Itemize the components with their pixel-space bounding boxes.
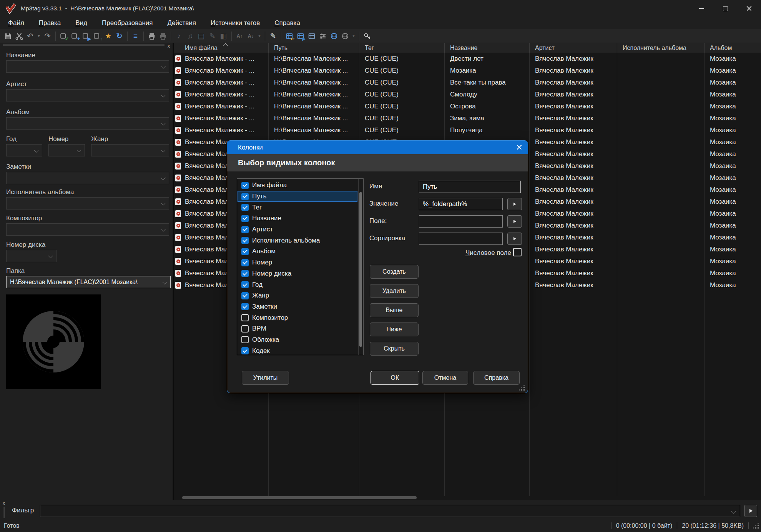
checkbox-unchecked-icon[interactable] <box>241 325 249 332</box>
column-header-tag[interactable]: Тег <box>359 43 445 53</box>
column-option-3[interactable]: Название <box>238 213 357 224</box>
tag-check-icon[interactable]: ✓ <box>58 31 69 42</box>
column-sort-input[interactable] <box>419 233 503 245</box>
refresh-icon[interactable]: ↻ <box>114 31 125 42</box>
export-icon[interactable]: ↩ <box>284 31 294 42</box>
table-row[interactable]: Вячеслав Малежик - ...H:\Вячеслав Малежи… <box>174 112 761 124</box>
track-field[interactable] <box>48 144 85 156</box>
horizontal-scrollbar[interactable] <box>182 496 417 499</box>
create-button[interactable]: Создать <box>370 265 419 279</box>
artist-field[interactable] <box>6 89 169 101</box>
column-header-name[interactable]: Имя файла <box>174 43 269 53</box>
album-field[interactable] <box>6 117 169 130</box>
dialog-title-bar[interactable]: Колонки <box>227 141 528 154</box>
column-header-title[interactable]: Название <box>445 43 530 53</box>
menu-item-файл[interactable]: Файл <box>1 17 32 29</box>
move-down-button[interactable]: Ниже <box>370 323 419 336</box>
tool-doc-icon[interactable]: ▤ <box>196 31 206 42</box>
tool-note-icon[interactable]: ♪ <box>174 31 184 42</box>
column-option-2[interactable]: Тег <box>238 202 357 213</box>
menu-item-источники тегов[interactable]: Источники тегов <box>203 17 267 29</box>
field-expand-button[interactable] <box>507 215 522 228</box>
panel-close-icon[interactable]: x <box>168 44 170 48</box>
checkbox-checked-icon[interactable] <box>241 193 249 200</box>
dialog-resize-grip-icon[interactable] <box>519 385 525 391</box>
menu-item-вид[interactable]: Вид <box>68 17 95 29</box>
checkbox-checked-icon[interactable] <box>241 347 249 354</box>
delete-button[interactable]: Удалить <box>370 284 419 298</box>
list-scrollbar[interactable] <box>359 192 362 347</box>
print-preview-icon[interactable] <box>158 31 168 42</box>
checkbox-checked-icon[interactable] <box>241 281 249 288</box>
panel-grab-handle[interactable] <box>3 44 164 45</box>
close-button[interactable] <box>737 0 761 17</box>
comment-field[interactable] <box>6 172 169 184</box>
menu-item-действия[interactable]: Действия <box>160 17 204 29</box>
column-option-14[interactable]: Обложка <box>238 334 357 346</box>
ok-button[interactable]: ОК <box>371 371 419 385</box>
checkbox-checked-icon[interactable] <box>241 259 249 266</box>
column-field-input[interactable] <box>419 215 503 228</box>
column-option-4[interactable]: Артист <box>238 224 357 235</box>
column-header-album[interactable]: Альбом <box>705 43 761 53</box>
column-option-6[interactable]: Альбом <box>238 246 357 257</box>
column-option-10[interactable]: Жанр <box>238 290 357 301</box>
numeric-field-checkbox[interactable] <box>513 248 522 256</box>
filter-close-icon[interactable]: x <box>3 501 5 505</box>
tool-note2-icon[interactable]: ♫ <box>185 31 195 42</box>
column-option-7[interactable]: Номер <box>238 257 357 268</box>
filter-grab-handle[interactable] <box>4 507 5 518</box>
tag-add-icon[interactable]: + <box>70 31 80 42</box>
cancel-button[interactable]: Отмена <box>422 371 468 385</box>
undo-dropdown-icon[interactable]: ▾ <box>36 31 42 42</box>
tracklist-icon[interactable]: ≡ <box>130 31 141 42</box>
year-field[interactable] <box>6 144 42 156</box>
case-up-icon[interactable]: A↑ <box>234 31 245 42</box>
table-alt-icon[interactable] <box>306 31 317 42</box>
websource-table-icon[interactable]: ▶ <box>295 31 306 42</box>
checkbox-checked-icon[interactable] <box>241 248 249 255</box>
column-header-albumartist[interactable]: Исполнитель альбома <box>617 43 705 53</box>
menu-item-преобразования[interactable]: Преобразования <box>95 17 160 29</box>
column-name-input[interactable]: Путь <box>419 181 521 193</box>
table-row[interactable]: Вячеслав Малежик - ...H:\Вячеслав Малежи… <box>174 88 761 100</box>
move-up-button[interactable]: Выше <box>370 303 419 317</box>
minimize-button[interactable] <box>690 0 713 17</box>
filter-apply-button[interactable] <box>744 505 757 517</box>
checkbox-checked-icon[interactable] <box>241 237 249 244</box>
checkbox-checked-icon[interactable] <box>241 204 249 211</box>
globe-icon[interactable] <box>329 31 339 42</box>
undo-icon[interactable]: ↶ <box>25 31 35 42</box>
menu-item-правка[interactable]: Правка <box>32 17 68 29</box>
discnumber-field[interactable] <box>6 250 56 262</box>
column-option-0[interactable]: Имя файла <box>238 180 357 191</box>
title-field[interactable] <box>6 60 169 73</box>
checkbox-checked-icon[interactable] <box>241 182 249 189</box>
column-option-13[interactable]: BPM <box>238 323 357 334</box>
column-option-15[interactable]: Кодек <box>238 345 357 355</box>
column-option-12[interactable]: Композитор <box>238 312 357 323</box>
table-row[interactable]: Вячеслав Малежик - ...H:\Вячеслав Малежи… <box>174 65 761 76</box>
column-option-11[interactable]: Заметки <box>238 301 357 313</box>
value-expand-button[interactable] <box>507 198 522 210</box>
tool-edit-icon[interactable]: ✎ <box>207 31 218 42</box>
panel-grab-handle[interactable] <box>3 45 164 46</box>
sliders-icon[interactable] <box>317 31 328 42</box>
column-header-path[interactable]: Путь <box>269 43 359 53</box>
table-row[interactable]: Вячеслав Малежик - ...H:\Вячеслав Малежи… <box>174 124 761 136</box>
utils-button[interactable]: Утилиты <box>242 371 289 385</box>
checkbox-checked-icon[interactable] <box>241 215 249 222</box>
globe-alt-icon[interactable] <box>340 31 350 42</box>
menu-item-справка[interactable]: Справка <box>267 17 307 29</box>
column-option-8[interactable]: Номер диска <box>238 268 357 279</box>
column-header-artist[interactable]: Артист <box>530 43 617 53</box>
checkbox-unchecked-icon[interactable] <box>241 336 249 343</box>
resize-grip-icon[interactable] <box>753 523 759 529</box>
table-row[interactable]: Вячеслав Малежик - ...H:\Вячеслав Малежи… <box>174 76 761 88</box>
case-dropdown-icon[interactable]: ▾ <box>257 31 262 42</box>
tag-arrow-icon[interactable]: ▶ <box>81 31 91 42</box>
redo-icon[interactable]: ↷ <box>42 31 53 42</box>
folder-field[interactable]: H:\Вячеслав Малежик (FLAC)\2001 Мозаика\ <box>6 276 171 288</box>
checkbox-checked-icon[interactable] <box>241 292 249 299</box>
remove-tag-icon[interactable] <box>14 31 24 42</box>
